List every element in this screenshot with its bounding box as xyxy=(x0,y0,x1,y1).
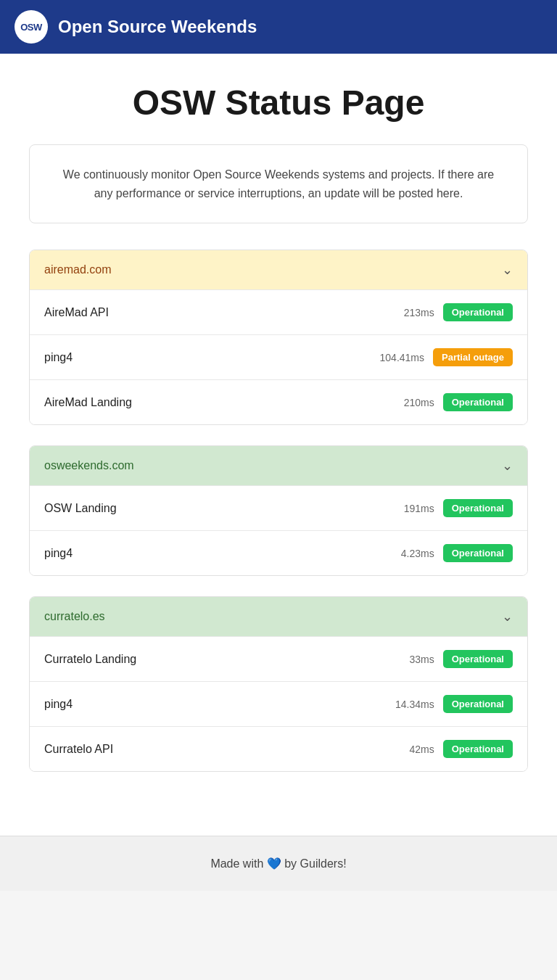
service-name: Curratelo Landing xyxy=(44,653,136,666)
service-name: AireMad Landing xyxy=(44,396,132,409)
chevron-down-icon: ⌄ xyxy=(502,458,513,474)
service-name: Curratelo API xyxy=(44,743,113,756)
status-badge: Operational xyxy=(443,544,513,562)
group-osweekends: osweekends.com ⌄ OSW Landing 191ms Opera… xyxy=(29,445,528,576)
chevron-down-icon: ⌄ xyxy=(502,609,513,625)
service-right: 14.34ms Operational xyxy=(395,695,513,713)
footer-text: Made with 💙 by Guilders! xyxy=(210,857,346,870)
service-row: ping4 4.23ms Operational xyxy=(30,530,527,575)
status-badge: Operational xyxy=(443,393,513,411)
header-title: Open Source Weekends xyxy=(58,17,257,37)
service-row: AireMad Landing 210ms Operational xyxy=(30,379,527,424)
main-content: OSW Status Page We continuously monitor … xyxy=(0,54,557,836)
service-ms: 33ms xyxy=(410,654,434,665)
service-row: Curratelo Landing 33ms Operational xyxy=(30,636,527,681)
service-ms: 104.41ms xyxy=(380,352,424,363)
status-badge: Operational xyxy=(443,695,513,713)
chevron-down-icon: ⌄ xyxy=(502,262,513,278)
service-right: 4.23ms Operational xyxy=(401,544,513,562)
service-right: 191ms Operational xyxy=(404,499,513,517)
service-ms: 210ms xyxy=(404,397,434,408)
service-name: ping4 xyxy=(44,547,73,560)
service-row: Curratelo API 42ms Operational xyxy=(30,726,527,771)
groups-container: airemad.com ⌄ AireMad API 213ms Operatio… xyxy=(29,250,528,772)
service-right: 104.41ms Partial outage xyxy=(380,348,513,366)
description-box: We continuously monitor Open Source Week… xyxy=(29,144,528,223)
service-row: ping4 14.34ms Operational xyxy=(30,681,527,726)
service-row: OSW Landing 191ms Operational xyxy=(30,485,527,530)
group-name-airemad: airemad.com xyxy=(44,263,111,276)
status-badge: Operational xyxy=(443,303,513,321)
group-header-curratelo[interactable]: curratelo.es ⌄ xyxy=(30,597,527,636)
service-ms: 213ms xyxy=(404,307,434,318)
group-header-osweekends[interactable]: osweekends.com ⌄ xyxy=(30,446,527,485)
group-curratelo: curratelo.es ⌄ Curratelo Landing 33ms Op… xyxy=(29,596,528,772)
service-ms: 42ms xyxy=(410,744,434,755)
service-right: 42ms Operational xyxy=(410,740,513,758)
service-ms: 14.34ms xyxy=(395,699,434,710)
service-right: 33ms Operational xyxy=(410,650,513,668)
header: OSW Open Source Weekends xyxy=(0,0,557,54)
service-right: 210ms Operational xyxy=(404,393,513,411)
service-name: OSW Landing xyxy=(44,502,117,515)
group-name-osweekends: osweekends.com xyxy=(44,459,134,472)
group-name-curratelo: curratelo.es xyxy=(44,610,105,623)
service-name: ping4 xyxy=(44,698,73,711)
page-title: OSW Status Page xyxy=(29,83,528,123)
status-badge: Operational xyxy=(443,499,513,517)
service-row: AireMad API 213ms Operational xyxy=(30,289,527,334)
group-airemad: airemad.com ⌄ AireMad API 213ms Operatio… xyxy=(29,250,528,425)
status-badge: Partial outage xyxy=(433,348,513,366)
service-name: AireMad API xyxy=(44,306,109,319)
osw-logo: OSW xyxy=(15,10,48,44)
status-badge: Operational xyxy=(443,740,513,758)
service-ms: 4.23ms xyxy=(401,548,434,559)
footer: Made with 💙 by Guilders! xyxy=(0,836,557,891)
heart-icon: 💙 xyxy=(267,857,281,870)
service-row: ping4 104.41ms Partial outage xyxy=(30,334,527,379)
group-header-airemad[interactable]: airemad.com ⌄ xyxy=(30,250,527,289)
status-badge: Operational xyxy=(443,650,513,668)
service-right: 213ms Operational xyxy=(404,303,513,321)
service-ms: 191ms xyxy=(404,503,434,514)
description-text: We continuously monitor Open Source Week… xyxy=(59,165,498,202)
service-name: ping4 xyxy=(44,351,73,364)
